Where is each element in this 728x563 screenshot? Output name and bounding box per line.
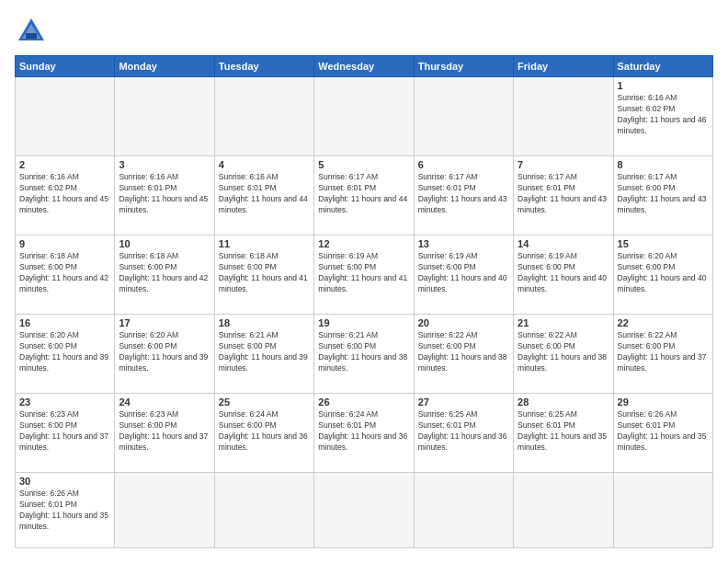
calendar-day-cell: 30Sunrise: 6:26 AM Sunset: 6:01 PM Dayli… xyxy=(16,473,115,548)
calendar-day-cell: 17Sunrise: 6:20 AM Sunset: 6:00 PM Dayli… xyxy=(115,315,214,394)
calendar-day-cell: 18Sunrise: 6:21 AM Sunset: 6:00 PM Dayli… xyxy=(214,315,313,394)
day-number: 23 xyxy=(19,396,110,408)
calendar-table: SundayMondayTuesdayWednesdayThursdayFrid… xyxy=(15,55,713,548)
day-info: Sunrise: 6:17 AM Sunset: 6:01 PM Dayligh… xyxy=(318,172,409,216)
calendar-week-row: 1Sunrise: 6:16 AM Sunset: 6:02 PM Daylig… xyxy=(16,77,713,156)
day-info: Sunrise: 6:24 AM Sunset: 6:01 PM Dayligh… xyxy=(318,409,409,454)
day-info: Sunrise: 6:19 AM Sunset: 6:00 PM Dayligh… xyxy=(518,251,609,295)
calendar-day-cell xyxy=(16,77,115,156)
day-info: Sunrise: 6:18 AM Sunset: 6:00 PM Dayligh… xyxy=(119,251,210,295)
day-number: 30 xyxy=(19,476,110,487)
calendar-day-cell: 16Sunrise: 6:20 AM Sunset: 6:00 PM Dayli… xyxy=(16,315,115,394)
day-info: Sunrise: 6:17 AM Sunset: 6:00 PM Dayligh… xyxy=(618,172,709,216)
weekday-header-row: SundayMondayTuesdayWednesdayThursdayFrid… xyxy=(16,56,713,77)
day-info: Sunrise: 6:22 AM Sunset: 6:00 PM Dayligh… xyxy=(618,330,709,374)
calendar-day-cell: 26Sunrise: 6:24 AM Sunset: 6:01 PM Dayli… xyxy=(314,394,414,473)
day-info: Sunrise: 6:22 AM Sunset: 6:00 PM Dayligh… xyxy=(418,330,509,374)
day-number: 18 xyxy=(219,317,310,328)
calendar-day-cell: 22Sunrise: 6:22 AM Sunset: 6:00 PM Dayli… xyxy=(613,315,712,394)
calendar-day-cell: 20Sunrise: 6:22 AM Sunset: 6:00 PM Dayli… xyxy=(414,315,513,394)
calendar-day-cell: 9Sunrise: 6:18 AM Sunset: 6:00 PM Daylig… xyxy=(16,236,115,315)
calendar-day-cell xyxy=(314,473,414,548)
day-info: Sunrise: 6:18 AM Sunset: 6:00 PM Dayligh… xyxy=(219,251,310,295)
calendar-day-cell: 21Sunrise: 6:22 AM Sunset: 6:00 PM Dayli… xyxy=(514,315,613,394)
day-info: Sunrise: 6:17 AM Sunset: 6:01 PM Dayligh… xyxy=(418,172,509,216)
calendar-day-cell: 12Sunrise: 6:19 AM Sunset: 6:00 PM Dayli… xyxy=(314,236,414,315)
day-info: Sunrise: 6:25 AM Sunset: 6:01 PM Dayligh… xyxy=(518,409,609,454)
calendar-day-cell: 11Sunrise: 6:18 AM Sunset: 6:00 PM Dayli… xyxy=(214,236,313,315)
day-number: 17 xyxy=(119,317,210,328)
page: SundayMondayTuesdayWednesdayThursdayFrid… xyxy=(0,0,728,563)
day-number: 19 xyxy=(318,317,409,328)
day-number: 10 xyxy=(119,238,210,249)
calendar-day-cell: 8Sunrise: 6:17 AM Sunset: 6:00 PM Daylig… xyxy=(613,156,712,236)
day-number: 26 xyxy=(318,396,409,408)
calendar-day-cell: 28Sunrise: 6:25 AM Sunset: 6:01 PM Dayli… xyxy=(514,394,613,473)
day-info: Sunrise: 6:20 AM Sunset: 6:00 PM Dayligh… xyxy=(119,330,210,374)
calendar-day-cell: 4Sunrise: 6:16 AM Sunset: 6:01 PM Daylig… xyxy=(214,156,313,236)
calendar-day-cell xyxy=(514,77,613,156)
day-number: 13 xyxy=(418,238,509,249)
calendar-day-cell xyxy=(115,473,214,548)
day-number: 12 xyxy=(318,238,409,249)
day-number: 22 xyxy=(618,317,709,328)
day-number: 4 xyxy=(219,159,310,170)
weekday-saturday: Saturday xyxy=(613,56,712,77)
day-info: Sunrise: 6:26 AM Sunset: 6:01 PM Dayligh… xyxy=(19,488,110,533)
day-number: 2 xyxy=(19,159,110,170)
calendar-day-cell: 7Sunrise: 6:17 AM Sunset: 6:01 PM Daylig… xyxy=(514,156,613,236)
day-number: 7 xyxy=(518,159,609,170)
day-number: 14 xyxy=(518,238,609,249)
day-number: 29 xyxy=(618,396,709,408)
calendar-day-cell xyxy=(314,77,414,156)
day-number: 3 xyxy=(119,159,210,170)
calendar-day-cell: 29Sunrise: 6:26 AM Sunset: 6:01 PM Dayli… xyxy=(613,394,712,473)
day-info: Sunrise: 6:20 AM Sunset: 6:00 PM Dayligh… xyxy=(618,251,709,295)
day-info: Sunrise: 6:23 AM Sunset: 6:00 PM Dayligh… xyxy=(19,409,110,454)
calendar-day-cell xyxy=(514,473,613,548)
weekday-thursday: Thursday xyxy=(414,56,513,77)
calendar-day-cell: 15Sunrise: 6:20 AM Sunset: 6:00 PM Dayli… xyxy=(613,236,712,315)
calendar-day-cell: 14Sunrise: 6:19 AM Sunset: 6:00 PM Dayli… xyxy=(514,236,613,315)
calendar-day-cell: 6Sunrise: 6:17 AM Sunset: 6:01 PM Daylig… xyxy=(414,156,513,236)
weekday-sunday: Sunday xyxy=(16,56,115,77)
calendar-day-cell: 13Sunrise: 6:19 AM Sunset: 6:00 PM Dayli… xyxy=(414,236,513,315)
calendar-day-cell: 24Sunrise: 6:23 AM Sunset: 6:00 PM Dayli… xyxy=(115,394,214,473)
day-number: 11 xyxy=(219,238,310,249)
day-info: Sunrise: 6:26 AM Sunset: 6:01 PM Dayligh… xyxy=(618,409,709,454)
calendar-day-cell: 5Sunrise: 6:17 AM Sunset: 6:01 PM Daylig… xyxy=(314,156,414,236)
calendar-day-cell: 19Sunrise: 6:21 AM Sunset: 6:00 PM Dayli… xyxy=(314,315,414,394)
calendar-day-cell: 23Sunrise: 6:23 AM Sunset: 6:00 PM Dayli… xyxy=(16,394,115,473)
calendar-week-row: 30Sunrise: 6:26 AM Sunset: 6:01 PM Dayli… xyxy=(16,473,713,548)
day-number: 8 xyxy=(618,159,709,170)
day-info: Sunrise: 6:16 AM Sunset: 6:02 PM Dayligh… xyxy=(618,93,709,137)
day-number: 21 xyxy=(518,317,609,328)
calendar-day-cell: 3Sunrise: 6:16 AM Sunset: 6:01 PM Daylig… xyxy=(115,156,214,236)
calendar-day-cell: 10Sunrise: 6:18 AM Sunset: 6:00 PM Dayli… xyxy=(115,236,214,315)
calendar-day-cell: 27Sunrise: 6:25 AM Sunset: 6:01 PM Dayli… xyxy=(414,394,513,473)
day-info: Sunrise: 6:17 AM Sunset: 6:01 PM Dayligh… xyxy=(518,172,609,216)
weekday-monday: Monday xyxy=(115,56,214,77)
day-number: 27 xyxy=(418,396,509,408)
calendar-week-row: 16Sunrise: 6:20 AM Sunset: 6:00 PM Dayli… xyxy=(16,315,713,394)
calendar-day-cell: 2Sunrise: 6:16 AM Sunset: 6:02 PM Daylig… xyxy=(16,156,115,236)
day-info: Sunrise: 6:16 AM Sunset: 6:01 PM Dayligh… xyxy=(219,172,310,216)
day-number: 24 xyxy=(119,396,210,408)
day-info: Sunrise: 6:19 AM Sunset: 6:00 PM Dayligh… xyxy=(418,251,509,295)
logo xyxy=(15,15,51,48)
day-info: Sunrise: 6:23 AM Sunset: 6:00 PM Dayligh… xyxy=(119,409,210,454)
day-number: 9 xyxy=(19,238,110,249)
day-number: 1 xyxy=(618,80,709,91)
calendar-day-cell xyxy=(115,77,214,156)
day-info: Sunrise: 6:24 AM Sunset: 6:00 PM Dayligh… xyxy=(219,409,310,454)
day-info: Sunrise: 6:25 AM Sunset: 6:01 PM Dayligh… xyxy=(418,409,509,454)
day-info: Sunrise: 6:19 AM Sunset: 6:00 PM Dayligh… xyxy=(318,251,409,295)
day-info: Sunrise: 6:21 AM Sunset: 6:00 PM Dayligh… xyxy=(219,330,310,374)
day-number: 5 xyxy=(318,159,409,170)
calendar-day-cell xyxy=(414,77,513,156)
calendar-day-cell xyxy=(214,77,313,156)
calendar-day-cell xyxy=(214,473,313,548)
weekday-tuesday: Tuesday xyxy=(214,56,313,77)
day-number: 25 xyxy=(219,396,310,408)
calendar-day-cell: 25Sunrise: 6:24 AM Sunset: 6:00 PM Dayli… xyxy=(214,394,313,473)
